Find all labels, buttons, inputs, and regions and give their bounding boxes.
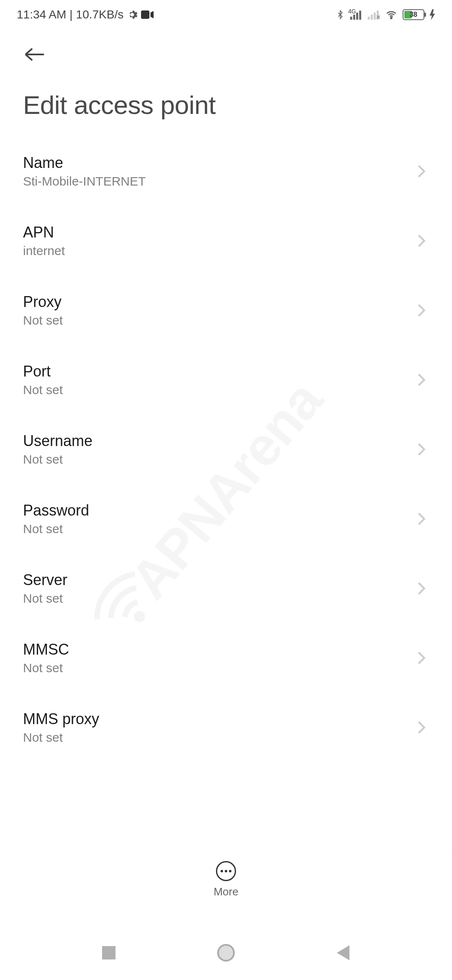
more-icon	[216, 861, 236, 881]
status-bar: 11:34 AM | 10.7KB/s 4G	[0, 0, 452, 29]
setting-label: Proxy	[23, 293, 63, 311]
setting-label: Server	[23, 571, 67, 589]
setting-value: internet	[23, 244, 65, 258]
page-title: Edit access point	[0, 67, 452, 137]
status-left: 11:34 AM | 10.7KB/s	[17, 8, 154, 21]
setting-name[interactable]: Name Sti-Mobile-INTERNET	[23, 137, 429, 206]
battery-icon: 38	[403, 9, 424, 20]
chevron-right-icon	[417, 650, 426, 665]
setting-label: MMS proxy	[23, 710, 99, 728]
svg-rect-7	[371, 15, 373, 20]
setting-value: Sti-Mobile-INTERNET	[23, 174, 146, 188]
setting-value: Not set	[23, 383, 63, 397]
svg-rect-1	[141, 10, 149, 19]
svg-rect-5	[359, 10, 361, 20]
chevron-right-icon	[417, 372, 426, 387]
chevron-right-icon	[417, 442, 426, 457]
signal-4g-icon: 4G	[350, 10, 362, 20]
camera-icon	[141, 10, 154, 19]
svg-rect-2	[350, 17, 352, 20]
arrow-left-icon	[23, 46, 46, 63]
more-button[interactable]: More	[0, 852, 452, 907]
svg-point-10	[391, 18, 392, 19]
app-bar	[0, 29, 452, 67]
setting-apn[interactable]: APN internet	[23, 206, 429, 276]
setting-proxy[interactable]: Proxy Not set	[23, 276, 429, 345]
setting-password[interactable]: Password Not set	[23, 484, 429, 554]
svg-rect-4	[356, 13, 358, 20]
status-time: 11:34 AM	[17, 8, 66, 21]
setting-label: APN	[23, 224, 65, 241]
gear-icon	[127, 9, 138, 20]
nav-back-button[interactable]	[331, 940, 356, 965]
setting-mms-proxy[interactable]: MMS proxy Not set	[23, 693, 429, 762]
signal-no-sim-icon	[367, 10, 380, 20]
circle-icon	[217, 944, 235, 962]
setting-label: Port	[23, 363, 63, 380]
setting-mmsc[interactable]: MMSC Not set	[23, 623, 429, 693]
setting-value: Not set	[23, 522, 89, 536]
triangle-left-icon	[336, 945, 350, 960]
back-button[interactable]	[23, 42, 48, 67]
navigation-bar	[0, 926, 452, 980]
chevron-right-icon	[417, 511, 426, 526]
chevron-right-icon	[417, 164, 426, 179]
chevron-right-icon	[417, 720, 426, 735]
nav-home-button[interactable]	[213, 940, 239, 965]
bluetooth-icon	[336, 8, 345, 21]
setting-label: MMSC	[23, 641, 69, 658]
setting-value: Not set	[23, 730, 99, 745]
settings-list: Name Sti-Mobile-INTERNET APN internet Pr…	[0, 137, 452, 762]
setting-label: Name	[23, 154, 146, 172]
nav-recent-button[interactable]	[96, 940, 121, 965]
setting-label: Username	[23, 432, 92, 450]
setting-label: Password	[23, 502, 89, 519]
svg-rect-3	[353, 15, 355, 20]
svg-rect-8	[374, 13, 376, 20]
chevron-right-icon	[417, 581, 426, 596]
status-right: 4G 38	[336, 8, 435, 21]
wifi-icon	[385, 10, 398, 20]
more-label: More	[213, 885, 238, 898]
setting-value: Not set	[23, 591, 67, 606]
setting-value: Not set	[23, 313, 63, 328]
status-data-rate: 10.7KB/s	[76, 8, 124, 21]
square-icon	[102, 946, 116, 959]
setting-value: Not set	[23, 661, 69, 675]
charging-icon	[429, 9, 435, 20]
chevron-right-icon	[417, 303, 426, 318]
setting-server[interactable]: Server Not set	[23, 554, 429, 623]
setting-value: Not set	[23, 452, 92, 467]
setting-username[interactable]: Username Not set	[23, 415, 429, 484]
status-separator: |	[69, 8, 72, 21]
svg-rect-6	[368, 17, 370, 20]
setting-port[interactable]: Port Not set	[23, 345, 429, 415]
chevron-right-icon	[417, 233, 426, 248]
